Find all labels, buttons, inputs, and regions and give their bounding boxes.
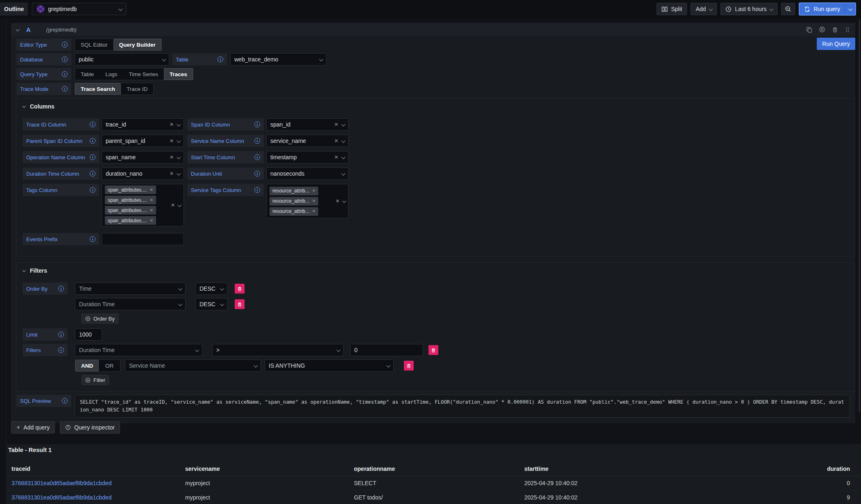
pane-splitter[interactable] [6,18,7,504]
order-by-direction-select[interactable]: DESC [195,283,227,295]
run-query-button-editor[interactable]: Run Query [817,38,855,50]
info-icon[interactable]: i [90,154,95,160]
info-icon[interactable]: i [58,347,64,353]
collapse-chevron-icon[interactable] [16,27,20,31]
filter-value-input[interactable]: 0 [350,344,423,356]
clear-icon[interactable]: ✕ [150,188,153,192]
service-name-column-select[interactable]: service_name✕ [266,135,349,147]
editor-type-option-query-builder[interactable]: Query Builder [113,39,161,50]
zoom-out-time-button[interactable] [781,3,795,15]
remove-order-by-button[interactable] [235,284,245,294]
query-row-header[interactable]: A (greptimedb) [11,23,855,36]
filter-field-select[interactable]: Duration Time [75,344,202,356]
table-select[interactable]: web_trace_demo [230,53,326,66]
filter2-field-select[interactable]: Service Name [125,359,261,372]
add-filter-button[interactable]: Filter [82,375,109,385]
query-type-option-logs[interactable]: Logs [100,68,123,80]
columns-section-header[interactable]: Columns [23,103,849,110]
time-range-picker[interactable]: Last 6 hours [721,3,777,15]
info-icon[interactable]: i [58,286,64,292]
limit-input[interactable]: 1000 [75,328,102,341]
tag-chip[interactable]: span_attributes....✕ [105,206,156,215]
datasource-picker[interactable]: greptimedb [32,3,126,15]
order-by-direction-select[interactable]: DESC [195,298,227,310]
trace-mode-option-trace-search[interactable]: Trace Search [75,83,121,95]
run-query-caret[interactable] [845,3,855,15]
clear-icon[interactable]: ✕ [170,122,174,127]
info-icon[interactable]: i [62,86,68,92]
clear-icon[interactable]: ✕ [334,155,338,160]
column-header-operationname[interactable]: operationname [351,462,521,476]
operation-name-column-select[interactable]: span_name✕ [102,151,184,163]
parent-span-id-column-select[interactable]: parent_span_id✕ [102,135,184,147]
events-prefix-input[interactable] [102,233,184,245]
remove-order-by-button[interactable] [235,299,245,309]
outline-button[interactable]: Outline [0,2,28,16]
clear-icon[interactable]: ✕ [170,138,174,143]
delete-query-trash-icon[interactable] [832,27,838,33]
filter2-operator-select[interactable]: IS ANYTHING [265,359,394,372]
info-icon[interactable]: i [58,332,64,337]
info-icon[interactable]: i [218,57,223,62]
clear-icon[interactable]: ✕ [334,122,338,127]
database-select[interactable]: public [75,53,169,66]
filters-section-header[interactable]: Filters [23,267,849,274]
trace-id-column-select[interactable]: trace_id✕ [102,118,184,131]
info-icon[interactable]: i [62,57,68,62]
logic-option-and[interactable]: AND [75,360,99,371]
clear-icon[interactable]: ✕ [312,199,315,203]
duplicate-query-icon[interactable] [806,27,812,33]
clear-icon[interactable]: ✕ [335,199,340,203]
info-icon[interactable]: i [62,42,68,47]
query-inspector-button[interactable]: Query inspector [60,421,120,434]
filter-operator-select[interactable]: > [212,344,344,356]
info-icon[interactable]: i [254,138,260,144]
trace-mode-option-trace-id[interactable]: Trace ID [121,83,153,95]
duration-time-column-select[interactable]: duration_nano✕ [102,167,184,180]
order-by-field-select[interactable]: Duration Time [75,298,186,310]
info-icon[interactable]: i [62,398,68,404]
query-type-option-table[interactable]: Table [75,68,100,80]
add-order-by-button[interactable]: Order By [82,314,118,323]
clear-icon[interactable]: ✕ [170,155,174,160]
duration-unit-select[interactable]: nanoseconds [266,167,349,180]
logic-option-or[interactable]: OR [99,360,120,371]
info-icon[interactable]: i [90,171,95,176]
info-icon[interactable]: i [254,122,260,127]
info-icon[interactable]: i [254,187,260,193]
add-query-button[interactable]: + Add query [11,421,55,434]
clear-icon[interactable]: ✕ [171,203,175,208]
remove-filter-button[interactable] [404,361,414,371]
run-query-main[interactable]: Run query [800,3,845,15]
info-icon[interactable]: i [90,236,95,242]
clear-icon[interactable]: ✕ [150,198,153,202]
query-type-option-traces[interactable]: Traces [164,68,193,80]
column-header-duration[interactable]: duration [687,462,861,476]
clear-icon[interactable]: ✕ [170,171,174,176]
tag-chip[interactable]: resource_attrib...✕ [270,197,318,206]
tag-chip[interactable]: span_attributes....✕ [105,196,156,204]
info-icon[interactable]: i [90,138,95,144]
clear-icon[interactable]: ✕ [312,189,315,193]
info-icon[interactable]: i [254,154,260,160]
trace-id-link[interactable]: 3768831301ea0d65adaef8b9da1cbded [11,494,111,501]
column-header-traceid[interactable]: traceid [8,462,182,476]
tag-chip[interactable]: span_attributes....✕ [105,216,156,225]
split-button[interactable]: Split [657,3,687,15]
query-type-option-time-series[interactable]: Time Series [123,68,164,80]
disable-query-eye-icon[interactable] [819,26,825,33]
service-tags-column-multiselect[interactable]: resource_attrib...✕resource_attrib...✕re… [266,184,349,218]
clear-icon[interactable]: ✕ [150,208,153,212]
trace-id-link[interactable]: 3768831301ea0d65adaef8b9da1cbded [11,480,111,486]
info-icon[interactable]: i [62,71,68,77]
clear-icon[interactable]: ✕ [334,138,338,143]
remove-filter-button[interactable] [428,345,438,355]
tag-chip[interactable]: resource_attrib...✕ [270,187,318,195]
info-icon[interactable]: i [90,187,95,193]
column-header-servicename[interactable]: servicename [182,462,351,476]
scrollbar[interactable] [859,20,860,413]
info-icon[interactable]: i [90,122,95,127]
clear-icon[interactable]: ✕ [150,219,153,223]
order-by-field-select[interactable]: Time [75,283,186,295]
span-id-column-select[interactable]: span_id✕ [266,118,349,131]
